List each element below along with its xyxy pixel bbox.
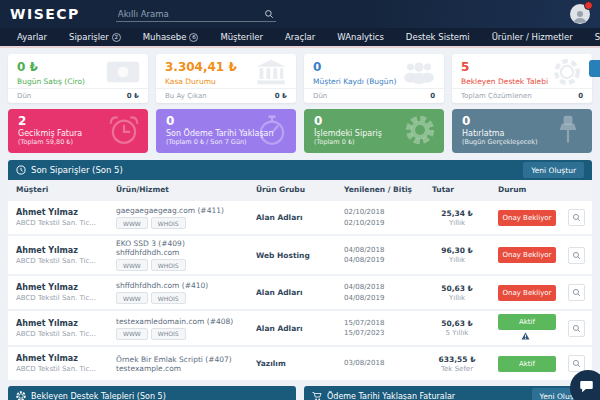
amount: 633,55 ₺ — [432, 355, 482, 364]
www-button[interactable]: WWW — [116, 217, 148, 229]
cart-icon — [312, 391, 322, 400]
stat-footer-label: Dün — [313, 92, 327, 100]
www-button[interactable]: WWW — [116, 292, 148, 304]
stat-card-signups[interactable]: 0 Müşteri Kaydı (Bugün) Dün0 — [304, 54, 444, 103]
clock-icon — [16, 165, 26, 175]
amount: 50,63 ₺ — [432, 319, 482, 328]
menu-item-destek-sistemi[interactable]: Destek Sistemi — [395, 32, 481, 42]
customer-company: ABCD Tekstil San. Tic... — [16, 330, 100, 338]
pending-tickets-bar[interactable]: Bekleyen Destek Talepleri (Son 5) — [8, 386, 296, 400]
product-link[interactable]: shffdhfdhdh.com (#410) — [116, 281, 240, 290]
product-group: Web Hosting — [248, 251, 336, 260]
upcoming-invoices-bar[interactable]: Ödeme Tarihi Yaklaşan Faturalar Yeni Olu… — [304, 386, 592, 400]
menu-item-musteriler[interactable]: Müşteriler — [209, 32, 274, 42]
stat-footer-value: 0 — [578, 92, 583, 100]
card-reminders[interactable]: 0 Hatırlatma (Bugün Gerçekleşecek) — [452, 109, 592, 153]
view-order-button[interactable] — [568, 284, 585, 301]
product-link[interactable]: Örnek Bir Emlak Scripti (#407) — [116, 355, 240, 364]
footer-panels: Bekleyen Destek Talepleri (Son 5) Ödeme … — [8, 386, 592, 400]
orders-panel-title: Son Siparişler (Son 5) — [31, 165, 123, 175]
product-link[interactable]: testexamledomain.com (#408) — [116, 317, 240, 326]
view-order-button[interactable] — [568, 209, 585, 226]
product-link[interactable]: gaegaegaegeag.com (#411) — [116, 206, 240, 215]
view-order-button[interactable] — [568, 355, 585, 372]
card-overdue-invoices[interactable]: 2 Gecikmiş Fatura (Toplam 59,80 ₺) — [8, 109, 148, 153]
summary-cards-row: 2 Gecikmiş Fatura (Toplam 59,80 ₺) 0 Son… — [8, 109, 592, 153]
product-domain[interactable]: shffdhfdhdh.com — [116, 248, 240, 257]
notification-badge — [584, 1, 593, 10]
search-icon[interactable] — [264, 9, 274, 19]
side-panel-flap[interactable] — [589, 60, 600, 77]
customer-company: ABCD Tekstil San. Tic... — [16, 257, 100, 265]
customer-company: ABCD Tekstil San. Tic... — [16, 294, 100, 302]
status-badge[interactable]: Aktif — [498, 356, 556, 372]
whois-button[interactable]: WHOIS — [151, 328, 186, 340]
search-icon — [572, 324, 581, 333]
customer-name[interactable]: Ahmet Yılmaz — [16, 283, 100, 292]
status-badge[interactable]: Onay Bekliyor — [498, 247, 556, 263]
billing-cycle: Yıllık — [432, 219, 482, 227]
menu-item-urunler-hizmetler[interactable]: Ürünler / Hizmetler — [481, 32, 584, 42]
customer-name[interactable]: Ahmet Yılmaz — [16, 208, 100, 217]
customer-name[interactable]: Ahmet Yılmaz — [16, 319, 100, 328]
stat-footer-value: 0 ₺ — [275, 92, 287, 100]
status-badge[interactable]: Aktif — [498, 314, 556, 330]
billing-cycle: Yıllık — [432, 294, 482, 302]
stat-card-tickets[interactable]: 5 Bekleyen Destek Talebi Toplam Çözümlen… — [452, 54, 592, 103]
www-button[interactable]: WWW — [116, 259, 148, 271]
stat-footer-label: Bu Ay Çıkan — [165, 92, 207, 100]
product-group: Alan Adları — [248, 324, 336, 333]
card-due-soon[interactable]: 0 Son Ödeme Tarihi Yaklaşan (Toplam 0 ₺ … — [156, 109, 296, 153]
status-badge[interactable]: Onay Bekliyor — [498, 210, 556, 226]
stat-cards-row: 0 ₺ Bugün Satış (Ciro) Dün0 ₺ 3.304,41 ₺… — [8, 54, 592, 103]
whois-button[interactable]: WHOIS — [151, 217, 186, 229]
table-row: Ahmet YılmazABCD Tekstil San. Tic... Örn… — [8, 347, 592, 380]
renew-date: 03/08/2018 — [344, 358, 416, 369]
alarm-clock-icon — [108, 114, 140, 150]
status-badge[interactable]: Onay Bekliyor — [498, 285, 556, 301]
menu-item-siparisler[interactable]: Siparişler2 — [58, 32, 132, 42]
stopwatch-icon — [256, 114, 288, 150]
customer-name[interactable]: Ahmet Yılmaz — [16, 246, 100, 255]
www-button[interactable]: WWW — [116, 328, 148, 340]
col-musteri: Müşteri — [8, 185, 108, 194]
stat-card-sales[interactable]: 0 ₺ Bugün Satış (Ciro) Dün0 ₺ — [8, 54, 148, 103]
create-order-button[interactable]: Yeni Oluştur — [523, 162, 584, 178]
footer-title: Ödeme Tarihi Yaklaşan Faturalar — [327, 392, 455, 400]
menu-item-araclar[interactable]: Araçlar — [274, 32, 326, 42]
amount: 25,34 ₺ — [432, 209, 482, 218]
life-ring-icon — [550, 59, 584, 89]
customer-name[interactable]: Ahmet Yılmaz — [16, 354, 100, 363]
product-domain[interactable]: testexample.com — [116, 364, 240, 373]
stat-card-cash[interactable]: 3.304,41 ₺ Kasa Durumu Bu Ay Çıkan0 ₺ — [156, 54, 296, 103]
product-group: Alan Adları — [248, 288, 336, 297]
whois-button[interactable]: WHOIS — [151, 259, 186, 271]
menu-item-site-yonetimi[interactable]: Site Yönetimi — [584, 32, 600, 42]
search-icon — [572, 359, 581, 368]
whois-button[interactable]: WHOIS — [151, 292, 186, 304]
menu-item-muhasebe[interactable]: Muhasebe6 — [132, 32, 210, 42]
end-date: 02/10/2019 — [344, 218, 416, 229]
chat-fab[interactable] — [570, 370, 600, 400]
table-row: Ahmet YılmazABCD Tekstil San. Tic... tes… — [8, 311, 592, 345]
end-date: 15/07/2023 — [344, 328, 416, 339]
orders-table-header: Müşteri Ürün/Hizmet Ürün Grubu Yenilenen… — [8, 180, 592, 199]
user-avatar[interactable] — [570, 4, 590, 24]
gear-icon — [404, 114, 436, 150]
orders-panel-header: Son Siparişler (Son 5) Yeni Oluştur — [8, 160, 592, 180]
footer-title: Bekleyen Destek Talepleri (Son 5) — [31, 392, 166, 400]
product-link[interactable]: EKO SSD 3 (#409) — [116, 239, 240, 248]
table-row: Ahmet YılmazABCD Tekstil San. Tic... shf… — [8, 276, 592, 309]
search-input[interactable] — [118, 9, 264, 19]
pushpin-icon — [552, 114, 584, 150]
users-icon — [402, 59, 436, 89]
renew-date: 04/08/2018 — [344, 245, 416, 256]
view-order-button[interactable] — [568, 320, 585, 337]
view-order-button[interactable] — [568, 247, 585, 264]
person-icon — [572, 8, 588, 24]
card-processing-orders[interactable]: 0 İşlemdeki Sipariş (Toplam 0 ₺) — [304, 109, 444, 153]
menu-item-ayarlar[interactable]: Ayarlar — [6, 32, 58, 42]
end-date: 04/08/2019 — [344, 293, 416, 304]
menu-item-wanalytics[interactable]: WAnalytics — [326, 32, 395, 42]
search-icon — [572, 251, 581, 260]
